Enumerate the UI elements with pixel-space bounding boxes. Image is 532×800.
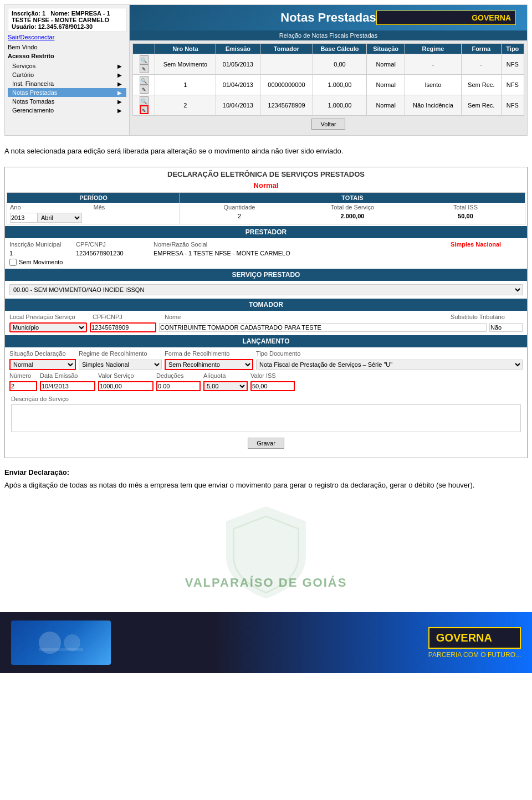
deducoes-label: Deduções <box>156 372 201 379</box>
regime-label: Regime de Recolhimento <box>79 350 162 357</box>
total-iss-label: Total ISS <box>409 204 522 211</box>
left-panel: Inscrição: 1 Nome: EMPRESA - 1 TESTE NFS… <box>5 5 130 135</box>
footer-left <box>11 620 111 665</box>
sem-movimento-label: Sem Movimento <box>19 259 63 265</box>
voltar-button[interactable]: Voltar <box>311 119 345 130</box>
cell-emissao: 01/04/2013 <box>216 75 260 95</box>
chevron-right-icon: ▶ <box>117 63 122 69</box>
table-row: 🔍 ✎ Sem Movimento 01/05/2013 0,00 Normal… <box>133 54 524 75</box>
forma-select[interactable]: Sem Recolhimento <box>165 359 253 370</box>
sidebar-item-notas-prestadas[interactable]: Notas Prestadas ▶ <box>8 88 126 97</box>
tomador-nome-input[interactable] <box>159 323 487 332</box>
cell-tomador: 00000000000 <box>260 75 313 95</box>
totais-values: 2 2.000,00 50,00 <box>180 212 525 220</box>
valor-iss-input[interactable] <box>250 381 295 391</box>
mes-label: Mês <box>94 204 177 211</box>
period-totais-section: PERÍODO Ano Mês Abril TOTAIS Quantidade … <box>7 192 525 224</box>
situacao-select[interactable]: Normal <box>9 359 76 370</box>
enviar-title: Enviar Declaração: <box>4 468 528 476</box>
footer: GOVERNA PARCERIA COM O FUTURO... <box>0 612 532 673</box>
quantidade-label: Quantidade <box>183 204 296 211</box>
sidebar-item-inst-financeira[interactable]: Inst. Financeira ▶ <box>8 79 126 88</box>
inscricao-value: 1 <box>42 10 45 17</box>
watermark-text: VALPARAÍSO DE GOIÁS <box>185 576 347 590</box>
edit-icon[interactable]: ✎ <box>140 64 149 73</box>
cell-nro: 1 <box>155 75 216 95</box>
usuario-label: Usuário: <box>12 23 37 30</box>
cell-tipo: NFS <box>501 95 524 116</box>
sem-movimento-checkbox[interactable] <box>9 259 17 266</box>
enviar-section: Enviar Declaração: Após a digitação de t… <box>0 463 532 496</box>
chevron-right-icon: ▶ <box>117 81 122 87</box>
totais-labels: Quantidade Total de Serviço Total ISS <box>180 203 525 212</box>
tipo-doc-select[interactable]: Nota Fiscal de Prestação de Serviços – S… <box>256 360 523 370</box>
situacao-label: Situação Declaração <box>9 350 76 357</box>
data-emissao-input[interactable] <box>40 381 95 391</box>
edit-icon[interactable]: ✎ <box>140 105 149 114</box>
ano-input[interactable] <box>10 213 38 223</box>
valor-iss-label: Valor ISS <box>250 372 295 379</box>
sidebar-item-notas-tomadas[interactable]: Notas Tomadas ▶ <box>8 97 126 106</box>
totais-header: TOTAIS <box>180 193 525 203</box>
cell-base: 1.000,00 <box>313 95 366 116</box>
cpf-label: CPF/CNPJ <box>76 241 154 248</box>
period-header: PERÍODO <box>7 193 180 203</box>
sidebar-item-gerenciamento[interactable]: Gerenciamento ▶ <box>8 106 126 115</box>
middle-text: A nota selecionada para edição será libe… <box>0 140 532 162</box>
nome-label: Nome: <box>50 10 69 17</box>
view-icon[interactable]: 🔍 <box>140 55 149 64</box>
cell-emissao: 01/05/2013 <box>216 54 260 75</box>
lancamento-header: LANÇAMENTO <box>5 335 527 347</box>
sidebar-item-cartorio[interactable]: Cartório ▶ <box>8 70 126 79</box>
header-bar: Notas Prestadas GOVERNA <box>130 5 527 30</box>
view-icon[interactable]: 🔍 <box>140 76 149 85</box>
cell-situacao: Normal <box>367 54 405 75</box>
tomador-area: Local Prestação Serviço CPF/CNPJ Nome Su… <box>7 312 525 334</box>
chevron-right-icon: ▶ <box>117 99 122 105</box>
cell-base: 0,00 <box>313 54 366 75</box>
regime-select[interactable]: Simples Nacional <box>79 360 162 370</box>
sidebar-item-servicos[interactable]: Serviços ▶ <box>8 61 126 70</box>
tomador-cpf-input[interactable] <box>90 322 156 332</box>
period-values: Abril <box>7 212 180 224</box>
enviar-text: Após a digitação de todas as notas do mê… <box>4 480 528 491</box>
prestador-labels: Inscrição Municipal CPF/CNPJ Nome/Razão … <box>7 240 525 249</box>
cell-regime: Isento <box>405 75 462 95</box>
deducoes-input[interactable] <box>156 381 201 391</box>
right-panel: Notas Prestadas GOVERNA Relação de Notas… <box>130 5 527 135</box>
footer-image <box>11 620 111 665</box>
col-header-regime: Regime <box>405 44 462 54</box>
col-header-tomador: Tomador <box>260 44 313 54</box>
gravar-button[interactable]: Gravar <box>248 438 284 449</box>
declaration-form: DECLARAÇÃO ELETRÔNICA DE SERVIÇOS PRESTA… <box>4 167 528 458</box>
cell-situacao: Normal <box>367 75 405 95</box>
view-icon[interactable]: 🔍 <box>140 96 149 105</box>
valor-servico-input[interactable] <box>98 381 154 391</box>
valor-servico-label: Valor Serviço <box>98 372 154 379</box>
row-actions: 🔍 ✎ <box>133 75 155 95</box>
cell-base: 1.000,00 <box>313 75 366 95</box>
subst-label: Substituto Tributário <box>451 314 523 320</box>
total-servico-label: Total de Serviço <box>296 204 409 211</box>
edit-icon[interactable]: ✎ <box>140 85 149 94</box>
total-servico-value: 2.000,00 <box>296 213 409 219</box>
sair-link[interactable]: Sair/Desconectar <box>8 34 126 40</box>
cell-regime: - <box>405 54 462 75</box>
inscricao-label: Inscrição: <box>12 10 40 17</box>
cell-tipo: NFS <box>501 54 524 75</box>
cell-regime: Não Incidência <box>405 95 462 116</box>
mes-select[interactable]: Abril <box>38 213 82 223</box>
aliquota-select[interactable]: 5,00 <box>203 381 248 391</box>
footer-decorative-image <box>33 626 89 659</box>
local-select[interactable]: Município <box>9 322 87 332</box>
descricao-textarea[interactable] <box>11 404 521 432</box>
servico-select[interactable]: 00.00 - SEM MOVIMENTO/NAO INCIDE ISSQN <box>9 284 523 295</box>
footer-parceria: PARCERIA COM O FUTURO... <box>428 651 521 659</box>
chevron-right-icon: ▶ <box>117 90 122 96</box>
aliquota-label: Alíquota <box>203 372 248 379</box>
notes-table: Nro Nota Emissão Tomador Base Cálculo Si… <box>132 43 524 116</box>
tomador-subst-input[interactable] <box>489 323 523 332</box>
numero-input[interactable] <box>9 381 37 391</box>
table-row: 🔍 ✎ 2 10/04/2013 12345678909 1.000,00 No… <box>133 95 524 116</box>
col-header-emissao: Emissão <box>216 44 260 54</box>
